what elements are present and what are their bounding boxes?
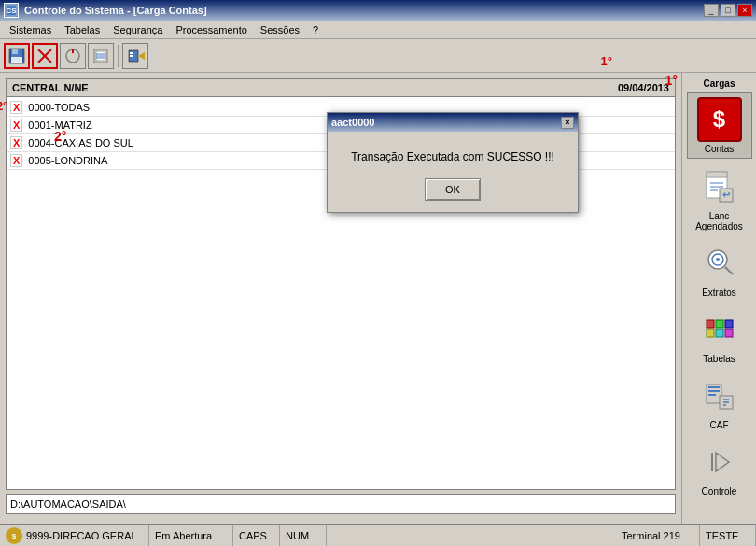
- modal-overlay: aact0000 × Transação Executada com SUCES…: [0, 0, 756, 546]
- modal-message: Transação Executada com SUCESSO !!!: [343, 150, 563, 163]
- modal-dialog: aact0000 × Transação Executada com SUCES…: [327, 112, 579, 213]
- modal-title-bar: aact0000 ×: [328, 113, 578, 132]
- modal-title: aact0000: [331, 117, 375, 128]
- ok-button[interactable]: OK: [425, 178, 481, 201]
- modal-buttons: OK: [343, 178, 563, 201]
- annotation-two: 2°: [54, 129, 66, 144]
- modal-close-button[interactable]: ×: [561, 117, 574, 129]
- annotation-one: 1°: [665, 73, 678, 88]
- modal-content: Transação Executada com SUCESSO !!! OK: [328, 132, 578, 212]
